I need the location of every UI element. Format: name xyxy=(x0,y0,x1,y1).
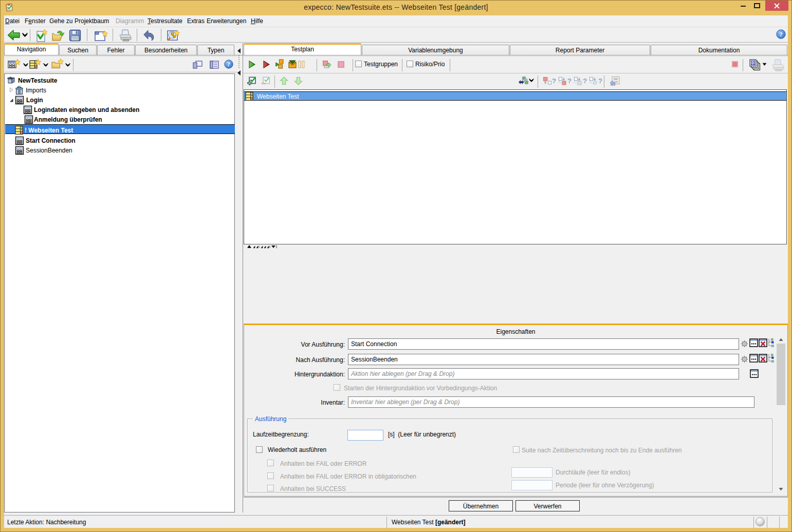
svg-text:?: ? xyxy=(598,77,602,85)
svg-text:?: ? xyxy=(567,77,572,85)
svg-text:?: ? xyxy=(583,77,587,85)
svg-text:?: ? xyxy=(779,31,782,38)
svg-text:?: ? xyxy=(227,61,230,68)
svg-text:?: ? xyxy=(552,77,556,85)
svg-text:66: 66 xyxy=(17,86,21,88)
